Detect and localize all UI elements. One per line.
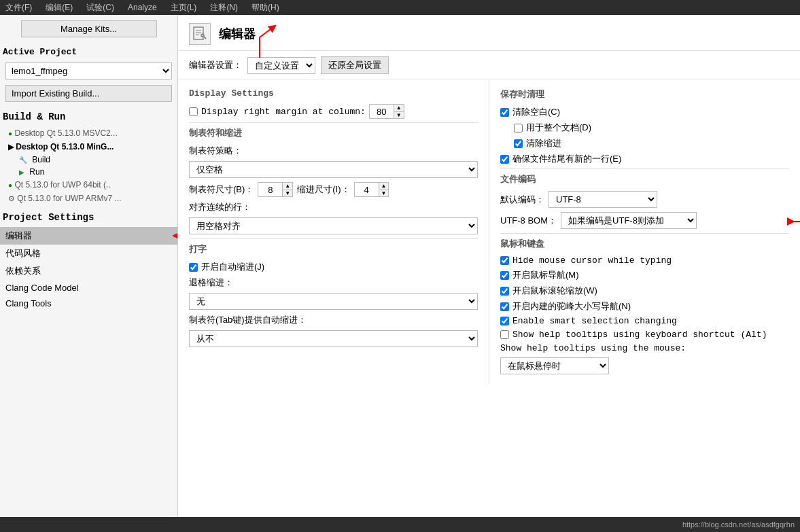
align-dropdown[interactable]: 用空格对齐: [189, 217, 478, 234]
settings-item-editor[interactable]: 编辑器: [0, 227, 177, 245]
align-dropdown-row: 用空格对齐: [189, 217, 478, 234]
editor-icon: [189, 23, 211, 45]
import-existing-build-button[interactable]: Import Existing Build...: [5, 85, 172, 102]
display-margin-row: Display right margin at column: 80 ▲ ▼: [189, 104, 478, 119]
display-margin-label: Display right margin at column:: [201, 107, 366, 117]
tab-policy-dropdown-row: 仅空格: [189, 161, 478, 178]
settings-editor-label: 编辑器: [5, 230, 32, 241]
help-tooltip-kbd-checkbox[interactable]: [500, 330, 509, 339]
auto-indent-checkbox[interactable]: [189, 263, 198, 272]
margin-spin-input[interactable]: 80 ▲ ▼: [369, 104, 404, 119]
clean-indent-checkbox[interactable]: [514, 139, 523, 148]
ensure-newline-checkbox[interactable]: [500, 155, 509, 164]
entire-doc-row: 用于整个文档(D): [500, 122, 789, 134]
smart-select-label: Enable smart selection changing: [512, 316, 677, 326]
tab-auto-dropdown[interactable]: 从不: [189, 330, 478, 347]
save-clean-title: 保存时清理: [500, 88, 789, 101]
file-encoding-title: 文件编码: [500, 169, 789, 185]
help-tooltip-mouse-dropdown[interactable]: 在鼠标悬停时: [500, 357, 609, 374]
display-settings-title: Display Settings: [189, 88, 478, 99]
settings-item-clangcode[interactable]: Clang Code Model: [0, 280, 177, 296]
help-tooltip-kbd-label: Show help tooltips using keyboard shortc…: [512, 330, 767, 340]
display-margin-checkbox[interactable]: [189, 107, 198, 116]
camel-label: 开启内建的驼峰大小写导航(N): [512, 300, 631, 313]
margin-down-btn[interactable]: ▼: [394, 112, 404, 119]
tab-auto-dropdown-row: 从不: [189, 330, 478, 347]
indent-size-input[interactable]: 4: [355, 183, 379, 196]
kit-item-uwparmv7[interactable]: ⚙ Qt 5.13.0 for UWP ARMv7 ...: [0, 192, 177, 205]
menu-edit[interactable]: 编辑(E): [43, 1, 75, 15]
indent-size-up[interactable]: ▲: [379, 183, 389, 190]
menu-comment[interactable]: 注释(N): [207, 1, 241, 15]
editor-settings-label: 编辑器设置：: [189, 59, 242, 71]
tab-size-down[interactable]: ▼: [283, 190, 292, 197]
tab-size-up[interactable]: ▲: [283, 183, 292, 190]
utf8-bom-dropdown[interactable]: 如果编码是UTF-8则添加: [561, 212, 697, 229]
margin-value-input[interactable]: 80: [370, 105, 394, 118]
clean-whitespace-row: 清除空白(C): [500, 106, 789, 118]
backspace-label-row: 退格缩进：: [189, 277, 478, 289]
menu-help[interactable]: 帮助(H): [249, 1, 282, 15]
hide-cursor-checkbox[interactable]: [500, 256, 509, 265]
menu-bar: 文件(F) 编辑(E) 试验(C) Analyze 主页(L) 注释(N) 帮助…: [0, 0, 800, 15]
auto-indent-row: 开启自动缩进(J): [189, 261, 478, 273]
tab-policy-dropdown[interactable]: 仅空格: [189, 161, 478, 178]
kit-item-ming[interactable]: ▶ Desktop Qt 5.13.0 MinG...: [0, 140, 177, 154]
indent-size-down[interactable]: ▼: [379, 190, 389, 197]
manage-kits-button[interactable]: Manage Kits...: [21, 20, 157, 37]
tab-policy-label: 制表符策略：: [189, 145, 242, 157]
tab-auto-indent-label: 制表符(Tab键)提供自动缩进：: [189, 314, 307, 326]
utf8-bom-row: UTF-8 BOM： 如果编码是UTF-8则添加: [500, 212, 789, 229]
camel-checkbox[interactable]: [500, 302, 509, 311]
arrow-to-dropdown: [253, 24, 294, 61]
settings-left-column: Display Settings Display right margin at…: [178, 80, 489, 384]
menu-file[interactable]: 文件(F): [3, 1, 35, 15]
indent-section-title: 制表符和缩进: [189, 122, 478, 139]
ensure-newline-row: 确保文件结尾有新的一行(E): [500, 153, 789, 165]
arrow-to-editor: [173, 229, 178, 243]
build-label: Build: [32, 155, 50, 164]
nav-mouse-checkbox[interactable]: [500, 271, 509, 280]
project-selector[interactable]: lemo1_ffmpeg: [5, 63, 172, 79]
help-tooltip-kbd-row: Show help tooltips using keyboard shortc…: [500, 330, 789, 340]
menu-analyze[interactable]: Analyze: [125, 1, 160, 14]
kit-item-uwp64[interactable]: ● Qt 5.13.0 for UWP 64bit (..: [0, 178, 177, 192]
menu-home[interactable]: 主页(L): [168, 1, 200, 15]
align-label-row: 对齐连续的行：: [189, 201, 478, 213]
camel-row: 开启内建的驼峰大小写导航(N): [500, 300, 789, 313]
typing-section-title: 打字: [189, 238, 478, 255]
smart-select-row: Enable smart selection changing: [500, 316, 789, 326]
smart-select-checkbox[interactable]: [500, 317, 509, 325]
kit-item-msvc[interactable]: ● Desktop Qt 5.13.0 MSVC2...: [0, 126, 177, 140]
indent-size-spin[interactable]: 4 ▲ ▼: [354, 182, 389, 197]
auto-indent-label: 开启自动缩进(J): [201, 261, 264, 273]
ensure-newline-label: 确保文件结尾有新的一行(E): [512, 153, 621, 165]
project-settings-title: Project Settings: [0, 205, 177, 227]
menu-test[interactable]: 试验(C): [84, 1, 117, 15]
restore-global-settings-button[interactable]: 还原全局设置: [321, 56, 389, 74]
margin-up-btn[interactable]: ▲: [394, 105, 404, 112]
kit-sub-run[interactable]: ▶ Run: [0, 166, 177, 178]
settings-item-clangtools[interactable]: Clang Tools: [0, 296, 177, 311]
entire-doc-checkbox[interactable]: [514, 124, 523, 132]
align-label: 对齐连续的行：: [189, 201, 251, 213]
help-tooltip-mouse-row: Show help tooltips using the mouse:: [500, 343, 789, 353]
tab-size-spin[interactable]: 8 ▲ ▼: [258, 182, 293, 197]
settings-item-deps[interactable]: 依赖关系: [0, 262, 177, 280]
tab-size-input[interactable]: 8: [258, 183, 282, 196]
kit-sub-build[interactable]: 🔧 Build: [0, 154, 177, 166]
scroll-zoom-row: 开启鼠标滚轮缩放(W): [500, 285, 789, 297]
page-title: 编辑器: [219, 26, 256, 42]
clean-indent-row: 清除缩进: [500, 137, 789, 149]
settings-item-codestyle[interactable]: 代码风格: [0, 245, 177, 262]
clean-indent-label: 清除缩进: [526, 137, 561, 149]
hide-cursor-label: Hide mouse cursor while typing: [512, 255, 672, 266]
scroll-zoom-checkbox[interactable]: [500, 287, 509, 296]
backspace-dropdown[interactable]: 无: [189, 293, 478, 310]
default-encoding-dropdown[interactable]: UTF-8: [549, 191, 657, 208]
run-play-icon: ▶: [19, 169, 24, 176]
build-run-section-title: Build & Run: [0, 105, 177, 126]
clean-whitespace-checkbox[interactable]: [500, 108, 509, 117]
status-bar-url: https://blog.csdn.net/as/asdfgqrhn: [682, 520, 795, 529]
utf8-bom-label: UTF-8 BOM：: [500, 215, 557, 227]
